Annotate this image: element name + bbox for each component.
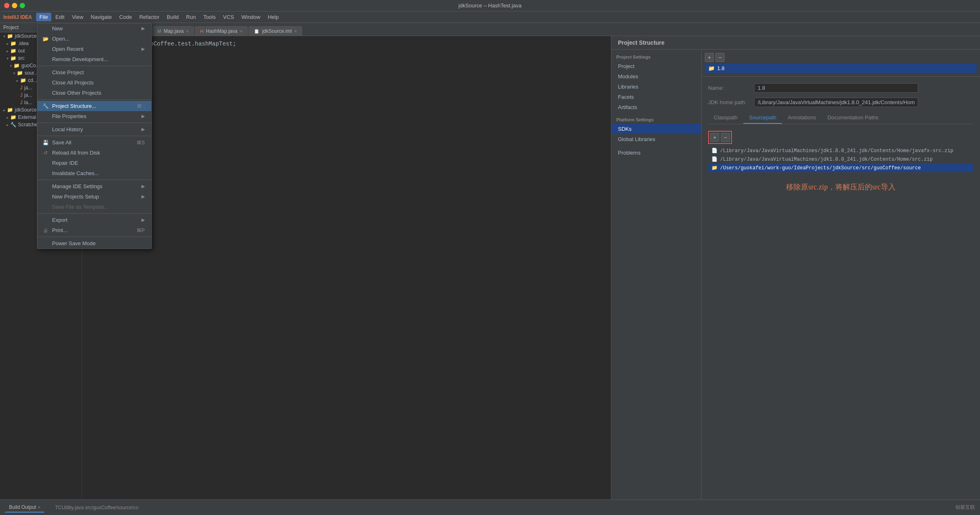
- ps-item-sdks[interactable]: SDKs: [611, 124, 701, 134]
- menu-item-power-save[interactable]: Power Save Mode: [37, 238, 151, 248]
- menu-view[interactable]: View: [68, 13, 87, 21]
- menu-navigate[interactable]: Navigate: [87, 13, 115, 21]
- menu-item-project-structure[interactable]: 🔧 Project Structure... ⌘ ;: [37, 101, 151, 111]
- ps-add-path-button[interactable]: +: [710, 133, 719, 142]
- menu-tools[interactable]: Tools: [200, 13, 219, 21]
- menu-item-new[interactable]: New ▶: [37, 23, 151, 34]
- ps-name-input[interactable]: [754, 83, 918, 93]
- tab-map[interactable]: M Map.java ×: [152, 26, 194, 36]
- bottom-tab-file[interactable]: TCUtility.java src/guoCoffee/source/co: [51, 503, 142, 512]
- menu-vcs[interactable]: VCS: [220, 13, 237, 21]
- ps-path-list: + − 📄 /Library/Java/JavaVirtualMachines/…: [708, 129, 973, 174]
- ps-item-project[interactable]: Project: [611, 61, 701, 71]
- menu-item-invalidate[interactable]: Invalidate Caches...: [37, 168, 151, 178]
- ps-tab-sourcepath[interactable]: Sourcepath: [743, 112, 782, 124]
- path-label-2: /Library/Java/JavaVirtualMachines/jdk1.8…: [720, 157, 932, 162]
- bottom-tab-build-output[interactable]: Build Output ×: [5, 503, 44, 513]
- menu-item-save-all[interactable]: 💾 Save All ⌘S: [37, 137, 151, 148]
- annotation-content: 移除原src.zip，将解压后的src导入: [786, 183, 895, 191]
- reload-left: ↺ Reload All from Disk: [42, 150, 100, 156]
- zip-icon-2: 📄: [711, 156, 718, 162]
- ps-item-modules[interactable]: Modules: [611, 71, 701, 82]
- menu-item-repair[interactable]: Repair IDE: [37, 158, 151, 168]
- file-props-label: File Properties: [52, 113, 87, 119]
- ps-tab-classpath[interactable]: Classpath: [708, 112, 743, 124]
- new-projects-left: New Projects Setup: [42, 194, 99, 200]
- menu-item-remote[interactable]: Remote Development...: [37, 54, 151, 64]
- export-label: Export: [52, 217, 68, 223]
- folder-icon-root: 📁: [7, 107, 13, 113]
- menu-item-file-props[interactable]: File Properties ▶: [37, 111, 151, 121]
- ps-item-problems[interactable]: Problems: [611, 148, 701, 158]
- ps-add-sdk-button[interactable]: +: [705, 53, 714, 62]
- ps-jdk-input[interactable]: [754, 98, 918, 107]
- ps-sdk-row-18[interactable]: 📁 1.8: [705, 64, 977, 73]
- open-label: Open...: [52, 36, 70, 42]
- ps-path-item-1[interactable]: 📄 /Library/Java/JavaVirtualMachines/jdk1…: [708, 146, 973, 155]
- menu-item-print[interactable]: 🖨 Print... ⌘P: [37, 225, 151, 235]
- menu-file[interactable]: File: [36, 13, 51, 21]
- ps-path-item-3[interactable]: 📁 /Users/guokafei/work-guo/IdeaProjects/…: [708, 164, 973, 172]
- menu-edit[interactable]: Edit: [52, 13, 68, 21]
- ps-item-global-libraries[interactable]: Global Libraries: [611, 134, 701, 144]
- tab-close-hashmap[interactable]: ×: [240, 29, 242, 34]
- ps-left: 🔧 Project Structure...: [42, 103, 96, 109]
- close-build-icon[interactable]: ×: [38, 505, 40, 510]
- menu-item-manage-ide[interactable]: Manage IDE Settings ▶: [37, 181, 151, 191]
- ps-path-toolbar: + −: [708, 131, 732, 144]
- file-tab-label: TCUtility.java src/guoCoffee/source/co: [55, 505, 138, 510]
- invalidate-label: Invalidate Caches...: [52, 170, 99, 176]
- java-icon-1: J: [20, 85, 23, 91]
- local-history-label: Local History: [52, 126, 83, 132]
- minimize-dot[interactable]: [12, 3, 17, 8]
- ps-remove-path-button[interactable]: −: [721, 133, 730, 142]
- close-other-label: Close Other Projects: [52, 90, 101, 96]
- ps-tab-annotations[interactable]: Annotations: [782, 112, 822, 124]
- ps-item-libraries[interactable]: Libraries: [611, 82, 701, 92]
- separator-4: [37, 136, 151, 136]
- menu-item-close-project[interactable]: Close Project: [37, 67, 151, 77]
- folder-icon-cd: 📁: [20, 77, 26, 83]
- tab-close-iml[interactable]: ×: [294, 29, 296, 34]
- ps-path-item-2[interactable]: 📄 /Library/Java/JavaVirtualMachines/jdk1…: [708, 155, 973, 164]
- menu-item-open[interactable]: 📂 Open...: [37, 34, 151, 44]
- menu-item-local-history[interactable]: Local History ▶: [37, 124, 151, 134]
- menu-code[interactable]: Code: [116, 13, 135, 21]
- ps-tab-docpaths[interactable]: Documentation Paths: [822, 112, 884, 124]
- title-bar: jdkSource – HashTest.java: [0, 0, 980, 11]
- menu-window[interactable]: Window: [238, 13, 264, 21]
- menu-help[interactable]: Help: [264, 13, 282, 21]
- build-output-label: Build Output: [9, 504, 36, 510]
- tab-iml[interactable]: 📋 jdkSource.iml ×: [248, 26, 302, 36]
- menu-item-export[interactable]: Export ▶: [37, 215, 151, 225]
- ps-menu-icon: 🔧: [42, 103, 49, 109]
- close-dot[interactable]: [4, 3, 9, 8]
- ps-remove-sdk-button[interactable]: −: [716, 53, 725, 62]
- ps-section-platform: Platform Settings: [611, 112, 701, 124]
- tab-hashmap[interactable]: H HashMap.java ×: [195, 26, 248, 36]
- menu-item-close-other[interactable]: Close Other Projects: [37, 88, 151, 98]
- menu-item-new-projects[interactable]: New Projects Setup ▶: [37, 191, 151, 202]
- menu-build[interactable]: Build: [164, 13, 182, 21]
- save-all-icon: 💾: [42, 140, 49, 146]
- menu-item-close-all[interactable]: Close All Projects: [37, 77, 151, 88]
- tree-arrow-src: ▾: [7, 56, 9, 61]
- folder-icon-external: 📁: [10, 114, 16, 120]
- menu-item-reload[interactable]: ↺ Reload All from Disk: [37, 148, 151, 158]
- open-icon: 📂: [42, 36, 49, 42]
- maximize-dot[interactable]: [20, 3, 25, 8]
- menu-refactor[interactable]: Refactor: [136, 13, 163, 21]
- tree-arrow-out: ▸: [7, 49, 9, 53]
- ps-item-artifacts[interactable]: Artifacts: [611, 102, 701, 112]
- ps-item-facets[interactable]: Facets: [611, 92, 701, 102]
- menu-item-open-recent[interactable]: Open Recent ▶: [37, 44, 151, 54]
- separator-3: [37, 123, 151, 123]
- code-package-path: guoCoffee.test.hashMapTest;: [143, 41, 236, 47]
- print-shortcut: ⌘P: [137, 228, 145, 233]
- window-controls: [4, 3, 25, 8]
- print-left: 🖨 Print...: [42, 227, 68, 233]
- tree-label-out: out: [18, 48, 25, 54]
- tab-close-map[interactable]: ×: [186, 29, 189, 34]
- folder-icon-idea: 📁: [10, 41, 16, 46]
- menu-run[interactable]: Run: [183, 13, 199, 21]
